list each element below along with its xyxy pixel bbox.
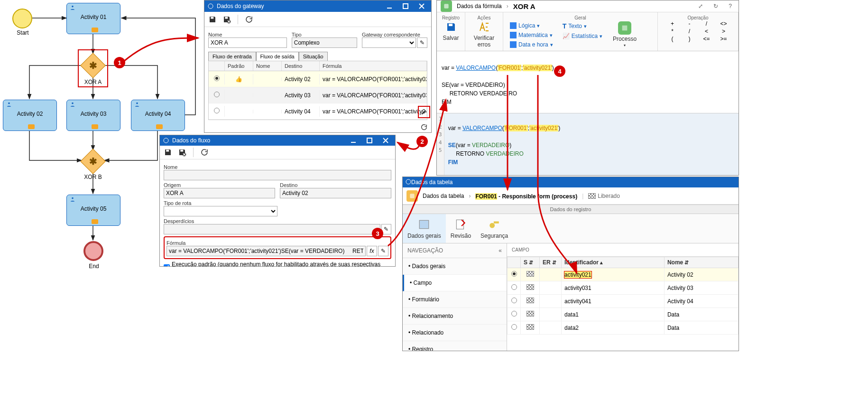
row-radio[interactable]: [511, 324, 517, 330]
ribbon-verificar[interactable]: Verificar erros: [470, 20, 498, 48]
refresh-grid-button[interactable]: [418, 121, 430, 133]
activity-03[interactable]: Activity 03: [66, 100, 120, 131]
nav-registro[interactable]: • Registro: [403, 341, 507, 351]
tab-situacao[interactable]: Situação: [299, 52, 328, 61]
col-nome[interactable]: Nome: [253, 61, 282, 71]
op-lt[interactable]: <: [699, 28, 715, 35]
op-slash2[interactable]: /: [682, 28, 698, 35]
activity-02[interactable]: Activity 02: [3, 100, 57, 131]
row-radio[interactable]: [511, 284, 517, 290]
op-lparen[interactable]: (: [665, 36, 681, 42]
op-rparen[interactable]: ): [682, 36, 698, 42]
op-plus[interactable]: +: [665, 20, 681, 27]
refresh-icon[interactable]: [199, 147, 210, 158]
row-radio[interactable]: [511, 271, 517, 277]
cell-ident: activity031: [562, 281, 665, 295]
ribbon-processo[interactable]: Processo▾: [613, 21, 637, 47]
campo-row[interactable]: activity041Activity 04: [508, 295, 739, 308]
refresh-icon[interactable]: [244, 14, 254, 25]
nav-relacionado[interactable]: • Relacionado: [403, 325, 507, 341]
minimize-button[interactable]: [350, 137, 357, 144]
activity-05[interactable]: Activity 05: [66, 195, 120, 226]
op-gt[interactable]: >: [716, 28, 732, 35]
radio-row-1[interactable]: [214, 75, 220, 81]
tab-fluxo-saida[interactable]: Fluxo de saída: [256, 52, 299, 61]
flow-panel-titlebar[interactable]: Dados do fluxo: [160, 135, 395, 146]
input-nome[interactable]: [208, 37, 287, 48]
tabela-panel-titlebar[interactable]: Dados da tabela: [403, 177, 739, 187]
row-radio[interactable]: [511, 311, 517, 317]
collapse-nav-icon[interactable]: «: [499, 247, 502, 254]
campo-row[interactable]: data2Data: [508, 321, 739, 335]
bc-formula-1[interactable]: Dados da fórmula: [457, 3, 502, 9]
op-lte[interactable]: <=: [699, 36, 715, 42]
help-icon[interactable]: ?: [726, 3, 735, 9]
col-destino[interactable]: Destino: [282, 61, 320, 71]
formula-editor-bottom[interactable]: 12345 var = VALORCAMPO('FOR001';'activit…: [437, 113, 739, 176]
checkbox-exec-padrao[interactable]: Execução padrão (quando nenhum fluxo for…: [164, 261, 391, 266]
campo-row[interactable]: activity031Activity 03: [508, 281, 739, 295]
clear-formula-button[interactable]: ✎: [378, 246, 388, 256]
campo-row[interactable]: activity021Activity 02: [508, 268, 739, 281]
fx-button[interactable]: fx: [367, 246, 377, 256]
nav-formulario[interactable]: • Formulário: [403, 291, 507, 308]
close-button[interactable]: [418, 2, 425, 10]
close-button[interactable]: [382, 137, 389, 144]
edit-row-button[interactable]: [418, 106, 430, 118]
bc-formula-2[interactable]: XOR A: [513, 2, 536, 10]
gateway-panel-titlebar[interactable]: Dados do gateway: [204, 0, 431, 12]
save-icon[interactable]: [163, 147, 173, 158]
input-destino: [280, 188, 391, 198]
gateway-xor-b[interactable]: ✱: [82, 150, 104, 173]
ribbon-salvar[interactable]: Salvar: [442, 20, 461, 41]
maximize-button[interactable]: [366, 137, 373, 144]
chip-texto[interactable]: T Texto ▾: [563, 21, 602, 31]
expand-icon[interactable]: ⤢: [695, 3, 706, 9]
maximize-button[interactable]: [402, 2, 409, 10]
activity-01[interactable]: Activity 01: [66, 3, 120, 34]
save-close-icon[interactable]: [177, 147, 187, 158]
radio-row-2[interactable]: [214, 92, 220, 97]
minimize-button[interactable]: [386, 2, 393, 10]
col-nome[interactable]: Nome ⇵: [664, 257, 738, 268]
bc-tabela-1[interactable]: Dados da tabela: [423, 193, 464, 199]
select-tipo-rota[interactable]: [164, 206, 277, 216]
save-close-icon[interactable]: [222, 14, 232, 25]
nav-dados-gerais[interactable]: • Dados gerais: [403, 258, 507, 275]
op-star[interactable]: *: [665, 28, 681, 35]
col-ident[interactable]: Identificador ▴: [562, 257, 665, 268]
end-event[interactable]: [83, 241, 103, 261]
op-slash1[interactable]: /: [699, 20, 715, 27]
bigtab-dados-gerais[interactable]: Dados gerais: [403, 214, 446, 243]
formula-editor-top[interactable]: var = VALORCAMPO('FOR001';'activity021')…: [437, 51, 739, 113]
op-neq[interactable]: <>: [716, 20, 732, 27]
chip-matematica[interactable]: Matemática ▾: [510, 31, 553, 39]
bigtab-seguranca[interactable]: Segurança: [476, 214, 513, 243]
select-gateway-corr[interactable]: [362, 37, 416, 48]
clear-gateway-corr-button[interactable]: ✎: [417, 37, 427, 48]
col-padrao[interactable]: Padrão: [225, 61, 253, 71]
tab-fluxo-entrada[interactable]: Fluxo de entrada: [208, 52, 256, 61]
nav-campo[interactable]: • Campo: [403, 275, 507, 291]
start-event[interactable]: [12, 9, 32, 28]
grid-row-2[interactable]: Activity 03 var = VALORCAMPO('FOR001';'a…: [209, 87, 427, 103]
row-radio[interactable]: [511, 298, 517, 303]
op-gte[interactable]: >=: [716, 36, 732, 42]
bigtab-revisao[interactable]: Revisão: [446, 214, 476, 243]
refresh-bc-icon[interactable]: ↻: [711, 3, 721, 9]
save-icon[interactable]: [207, 14, 218, 25]
chip-data-hora[interactable]: Data e hora ▾: [510, 40, 553, 49]
col-s[interactable]: S ⇵: [521, 257, 540, 268]
grid-row-1[interactable]: 👍 Activity 02 var = VALORCAMPO('FOR001';…: [209, 71, 427, 87]
campo-row[interactable]: data1Data: [508, 308, 739, 321]
op-minus[interactable]: -: [682, 20, 698, 27]
nav-relacionamento[interactable]: • Relacionamento: [403, 308, 507, 325]
chip-logica[interactable]: Lógica ▾: [510, 21, 553, 30]
grid-row-3[interactable]: Activity 04 var = VALORCAMPO('FOR001';'a…: [209, 103, 427, 120]
col-er[interactable]: ER ⇵: [540, 257, 562, 268]
activity-04[interactable]: Activity 04: [131, 100, 185, 131]
col-formula[interactable]: Fórmula: [320, 61, 427, 71]
radio-row-3[interactable]: [214, 108, 220, 113]
chip-estatistica[interactable]: 📈 Estatística ▾: [563, 32, 602, 40]
cell-nome: Activity 04: [664, 295, 738, 308]
